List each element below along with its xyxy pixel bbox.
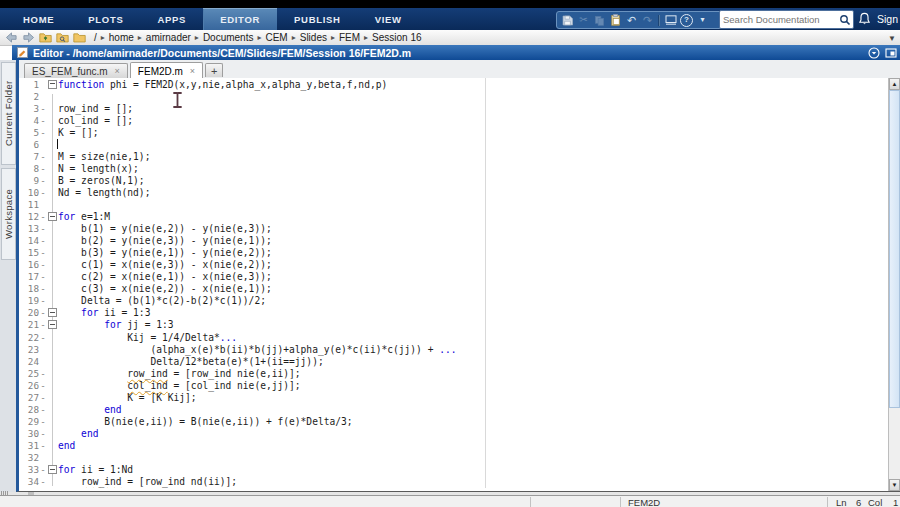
- help-icon[interactable]: ?: [679, 13, 694, 27]
- breadcrumb-segment[interactable]: home: [106, 32, 137, 43]
- breadcrumb-segment[interactable]: /: [91, 32, 100, 43]
- address-dropdown-icon[interactable]: ▼: [888, 34, 896, 43]
- breakpoint-dash[interactable]: -: [39, 175, 47, 186]
- breakpoint-dash[interactable]: -: [39, 416, 47, 427]
- breakpoint-dash[interactable]: -: [39, 464, 47, 475]
- sign-in-link[interactable]: Sign: [877, 13, 898, 25]
- breakpoint-dash[interactable]: -: [39, 368, 47, 379]
- breakpoint-dash[interactable]: -: [39, 332, 47, 343]
- code-line-30[interactable]: 30- end: [19, 427, 888, 439]
- breakpoint-dash[interactable]: -: [39, 476, 47, 487]
- toolstrip-tab-apps[interactable]: APPS: [140, 8, 203, 30]
- code-line-6[interactable]: 6: [19, 138, 888, 150]
- code-line-32[interactable]: 32: [19, 451, 888, 463]
- breakpoint-dash[interactable]: -: [39, 103, 47, 114]
- code-fold-icon[interactable]: [47, 308, 58, 317]
- breakpoint-dash[interactable]: -: [39, 127, 47, 138]
- undo-icon[interactable]: ↶: [624, 13, 639, 27]
- code-line-9[interactable]: 9-B = zeros(N,1);: [19, 174, 888, 186]
- breakpoint-dash[interactable]: -: [39, 259, 47, 270]
- more-options-icon[interactable]: ▾: [695, 13, 710, 27]
- code-line-28[interactable]: 28- end: [19, 403, 888, 415]
- code-line-11[interactable]: 11: [19, 198, 888, 210]
- close-tab-icon[interactable]: ×: [115, 67, 120, 76]
- breadcrumb-segment[interactable]: amirnader: [143, 32, 194, 43]
- code-line-20[interactable]: 20- for ii = 1:3: [19, 307, 888, 319]
- breakpoint-dash[interactable]: -: [39, 187, 47, 198]
- breakpoint-dash[interactable]: -: [39, 163, 47, 174]
- breadcrumb-segment[interactable]: FEM: [336, 32, 363, 43]
- scroll-up-button[interactable]: ▲: [889, 78, 900, 90]
- code-line-33[interactable]: 33-for ii = 1:Nd: [19, 464, 888, 476]
- code-fold-icon[interactable]: [47, 80, 58, 89]
- code-line-3[interactable]: 3-row_ind = [];: [19, 102, 888, 114]
- code-line-5[interactable]: 5-K = [];: [19, 126, 888, 138]
- notifications-bell-icon[interactable]: [858, 12, 871, 26]
- code-fold-icon[interactable]: [47, 465, 58, 474]
- breakpoint-dash[interactable]: -: [39, 235, 47, 246]
- breakpoint-dash[interactable]: -: [39, 295, 47, 306]
- toolstrip-tab-home[interactable]: HOME: [6, 8, 71, 30]
- breadcrumb-segment[interactable]: Session 16: [369, 32, 424, 43]
- browse-folder-icon[interactable]: [73, 32, 86, 43]
- code-line-34[interactable]: 34- row_ind = [row_ind nd(ii)];: [19, 476, 888, 488]
- toolstrip-tab-editor[interactable]: EDITOR: [203, 8, 277, 30]
- code-line-17[interactable]: 17- c(2) = x(nie(e,1)) - x(nie(e,3));: [19, 271, 888, 283]
- code-line-24[interactable]: 24 Delta/12*beta(e)*(1+(ii==jj));: [19, 355, 888, 367]
- breadcrumb-segment[interactable]: Slides: [297, 32, 330, 43]
- breakpoint-dash[interactable]: -: [39, 151, 47, 162]
- code-line-8[interactable]: 8-N = length(x);: [19, 162, 888, 174]
- vertical-scrollbar[interactable]: ▲ ▼: [888, 78, 900, 491]
- breakpoint-dash[interactable]: -: [39, 115, 47, 126]
- code-line-26[interactable]: 26- col_ind = [col_ind nie(e,jj)];: [19, 379, 888, 391]
- forward-icon[interactable]: [22, 32, 35, 43]
- code-line-4[interactable]: 4-col_ind = [];: [19, 114, 888, 126]
- code-line-16[interactable]: 16- c(1) = x(nie(e,3)) - x(nie(e,2));: [19, 259, 888, 271]
- code-fold-icon[interactable]: [47, 320, 58, 329]
- breakpoint-dash[interactable]: -: [39, 428, 47, 439]
- save-icon[interactable]: [560, 13, 575, 27]
- breakpoint-dash[interactable]: -: [39, 392, 47, 403]
- paste-icon[interactable]: [608, 13, 623, 27]
- toolstrip-tab-view[interactable]: VIEW: [358, 8, 419, 30]
- code-line-15[interactable]: 15- b(3) = y(nie(e,1)) - y(nie(e,2));: [19, 247, 888, 259]
- side-panel-current-folder[interactable]: Current Folder: [1, 62, 16, 165]
- breakpoint-dash[interactable]: -: [39, 271, 47, 282]
- breadcrumb-segment[interactable]: Documents: [200, 32, 257, 43]
- code-line-7[interactable]: 7-M = size(nie,1);: [19, 150, 888, 162]
- up-folder-icon[interactable]: [39, 32, 52, 43]
- doc-tab-es-fem-func-m[interactable]: ES_FEM_func.m×: [24, 63, 128, 78]
- side-panel-workspace[interactable]: Workspace: [1, 168, 16, 260]
- breakpoint-dash[interactable]: -: [39, 404, 47, 415]
- new-tab-button[interactable]: +: [205, 63, 223, 77]
- breakpoint-dash[interactable]: -: [39, 283, 47, 294]
- doc-tab-fem2d-m[interactable]: FEM2D.m×: [130, 62, 203, 79]
- panel-menu-icon[interactable]: [868, 47, 880, 59]
- dock-panel-icon[interactable]: [885, 47, 897, 59]
- code-line-27[interactable]: 27- K = [K Kij];: [19, 391, 888, 403]
- code-fold-icon[interactable]: [47, 212, 58, 221]
- find-files-icon[interactable]: [56, 32, 69, 43]
- code-line-2[interactable]: 2: [19, 90, 888, 102]
- code-line-29[interactable]: 29- B(nie(e,ii)) = B(nie(e,ii)) + f(e)*D…: [19, 415, 888, 427]
- breakpoint-dash[interactable]: -: [39, 223, 47, 234]
- search-box[interactable]: [719, 10, 854, 29]
- breadcrumb-segment[interactable]: CEM: [262, 32, 290, 43]
- code-line-14[interactable]: 14- b(2) = y(nie(e,3)) - y(nie(e,1));: [19, 235, 888, 247]
- back-icon[interactable]: [5, 32, 18, 43]
- breakpoint-dash[interactable]: -: [39, 319, 47, 330]
- code-line-1[interactable]: 1function phi = FEM2D(x,y,nie,alpha_x,al…: [19, 78, 888, 90]
- breakpoint-dash[interactable]: -: [39, 380, 47, 391]
- code-line-18[interactable]: 18- c(3) = x(nie(e,2)) - x(nie(e,1));: [19, 283, 888, 295]
- toolstrip-tab-publish[interactable]: PUBLISH: [277, 8, 358, 30]
- code-line-12[interactable]: 12-for e=1:M: [19, 211, 888, 223]
- code-line-22[interactable]: 22- Kij = 1/4/Delta*...: [19, 331, 888, 343]
- code-line-31[interactable]: 31-end: [19, 439, 888, 451]
- desktop-layout-icon[interactable]: [663, 13, 678, 27]
- breakpoint-dash[interactable]: -: [39, 440, 47, 451]
- code-line-19[interactable]: 19- Delta = (b(1)*c(2)-b(2)*c(1))/2;: [19, 295, 888, 307]
- code-editor[interactable]: 1function phi = FEM2D(x,y,nie,alpha_x,al…: [19, 78, 888, 488]
- code-line-10[interactable]: 10-Nd = length(nd);: [19, 186, 888, 198]
- code-line-25[interactable]: 25- row_ind = [row_ind nie(e,ii)];: [19, 367, 888, 379]
- scroll-down-button[interactable]: ▼: [889, 479, 900, 491]
